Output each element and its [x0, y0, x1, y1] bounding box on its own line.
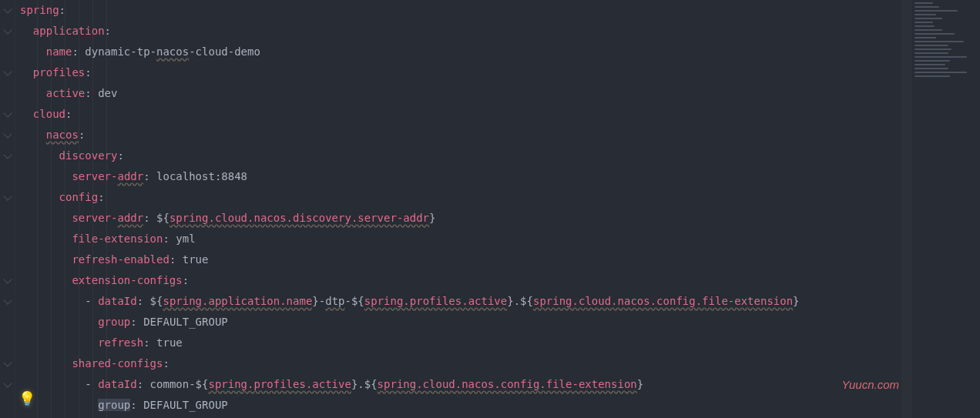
token: ${: [520, 295, 533, 307]
minimap-line: [915, 41, 964, 42]
minimap-line: [915, 64, 945, 65]
code-line[interactable]: - dataId: ${spring.application.name}-dtp…: [20, 291, 911, 312]
code-line[interactable]: group: DEFAULT_GROUP: [20, 312, 911, 333]
token: shared-configs: [72, 357, 163, 370]
token: :: [163, 232, 176, 245]
fold-marker-icon[interactable]: [3, 358, 12, 366]
fold-marker-icon[interactable]: [3, 109, 12, 117]
minimap-line: [915, 22, 933, 23]
fold-marker-icon[interactable]: [3, 192, 12, 200]
indent-guide: [65, 0, 65, 418]
token: extension-configs: [72, 274, 182, 286]
token: :: [65, 108, 72, 120]
minimap-line: [915, 10, 958, 12]
code-line[interactable]: application:: [20, 21, 911, 42]
token: -: [85, 378, 98, 390]
code-line[interactable]: server-addr: localhost:8848: [20, 166, 911, 187]
token: -: [319, 295, 325, 307]
token: :: [98, 191, 104, 203]
lightbulb-icon[interactable]: 💡: [18, 388, 35, 409]
token: true: [156, 336, 183, 349]
minimap-line: [915, 75, 950, 77]
token: }: [429, 212, 435, 224]
token: }.: [351, 378, 364, 390]
code-line[interactable]: profiles:: [20, 62, 911, 83]
code-line[interactable]: discovery:: [20, 145, 911, 166]
token: :: [143, 170, 156, 182]
indent-guide: [106, 0, 107, 418]
fold-marker-icon[interactable]: [3, 275, 12, 283]
token: spring.profiles.active: [208, 378, 351, 390]
fold-marker-icon[interactable]: [3, 25, 12, 34]
token: }.: [507, 295, 520, 307]
fold-marker-icon[interactable]: [3, 5, 12, 13]
token: spring.cloud.nacos.config.file-extension: [378, 378, 637, 390]
token: spring.application.name: [163, 295, 312, 307]
token: common-${: [150, 378, 209, 390]
token: name: [46, 45, 72, 58]
code-line[interactable]: shared-configs:: [20, 353, 911, 374]
fold-marker-icon[interactable]: [3, 296, 12, 304]
minimap-line: [915, 37, 936, 38]
code-line[interactable]: cloud:: [20, 104, 911, 125]
token: :: [137, 295, 150, 307]
minimap-line: [915, 29, 942, 31]
minimap-line: [915, 52, 948, 54]
token: file-extension: [72, 232, 163, 245]
fold-marker-icon[interactable]: [3, 67, 12, 75]
token: -: [85, 295, 98, 307]
token: spring.profiles.active: [364, 295, 507, 307]
minimap-line: [915, 18, 942, 19]
code-line[interactable]: name: dynamic-tp-nacos-cloud-demo: [20, 42, 911, 62]
minimap-line: [915, 14, 936, 15]
token: yml: [176, 232, 195, 245]
token: dynamic-tp-: [85, 45, 156, 58]
token: discovery: [59, 149, 118, 162]
fold-marker-icon[interactable]: [3, 129, 12, 138]
token: :: [183, 274, 189, 286]
token: :: [85, 87, 98, 99]
token: group: [98, 399, 130, 411]
token: :: [130, 316, 143, 328]
vertical-scrollbar[interactable]: [901, 0, 911, 418]
watermark-text: Yuucn.com: [842, 374, 899, 395]
token: }: [637, 378, 643, 390]
token: DEFAULT_GROUP: [143, 316, 228, 328]
code-area[interactable]: spring: application: name: dynamic-tp-na…: [15, 0, 911, 418]
indent-guide: [51, 0, 52, 418]
minimap[interactable]: [911, 0, 980, 418]
code-line[interactable]: server-addr: ${spring.cloud.nacos.discov…: [20, 208, 911, 229]
code-line[interactable]: refresh-enabled: true: [20, 249, 911, 270]
token: DEFAULT_GROUP: [143, 399, 228, 411]
code-line[interactable]: - dataId: common-${spring.profiles.activ…: [20, 374, 911, 395]
token: :: [105, 25, 111, 37]
code-line[interactable]: nacos:: [20, 125, 911, 145]
code-line[interactable]: spring:: [20, 0, 911, 21]
minimap-line: [915, 33, 955, 35]
minimap-line: [915, 25, 935, 27]
code-line[interactable]: file-extension: yml: [20, 229, 911, 249]
token: :: [130, 399, 143, 411]
token: ${: [156, 212, 169, 224]
token: spring.cloud.nacos.discovery.server-addr: [169, 212, 429, 224]
token: addr: [117, 212, 143, 224]
code-line[interactable]: refresh: true: [20, 333, 911, 353]
token: refresh: [98, 336, 143, 349]
code-line[interactable]: group: DEFAULT_GROUP: [20, 395, 911, 416]
code-line[interactable]: config:: [20, 187, 911, 208]
token: :: [143, 336, 156, 349]
token: :: [169, 253, 183, 266]
code-line[interactable]: extension-configs:: [20, 270, 911, 291]
fold-marker-icon[interactable]: [3, 150, 12, 159]
token: nacos: [156, 45, 189, 58]
editor-wrap: spring: application: name: dynamic-tp-na…: [0, 0, 980, 418]
fold-marker-icon[interactable]: [3, 379, 12, 387]
token: :: [163, 357, 169, 370]
token: -cloud-demo: [189, 45, 260, 58]
token: spring.cloud.nacos.config.file-extension: [533, 295, 793, 307]
code-line[interactable]: active: dev: [20, 83, 911, 104]
token: true: [183, 253, 209, 266]
gutter[interactable]: [0, 0, 15, 418]
minimap-line: [915, 56, 967, 58]
token: addr: [117, 170, 143, 182]
